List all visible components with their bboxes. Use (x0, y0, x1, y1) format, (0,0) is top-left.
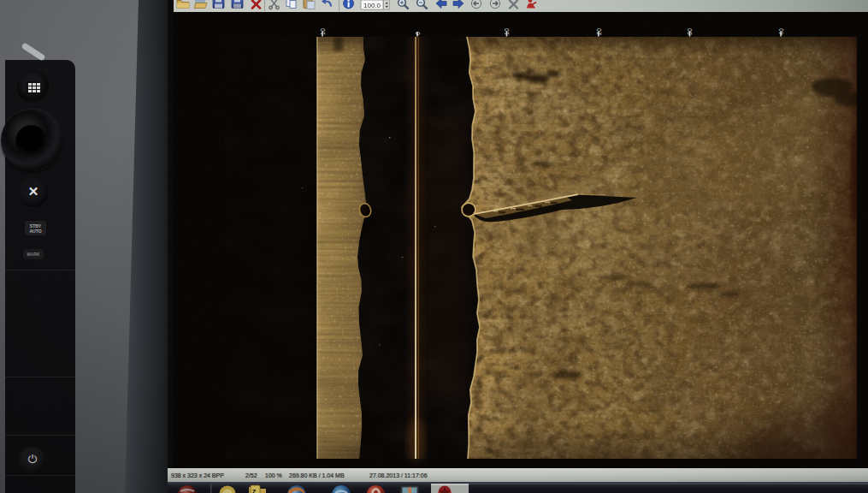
svg-text:z: z (252, 487, 257, 493)
svg-text:100.0: 100.0 (363, 2, 381, 9)
